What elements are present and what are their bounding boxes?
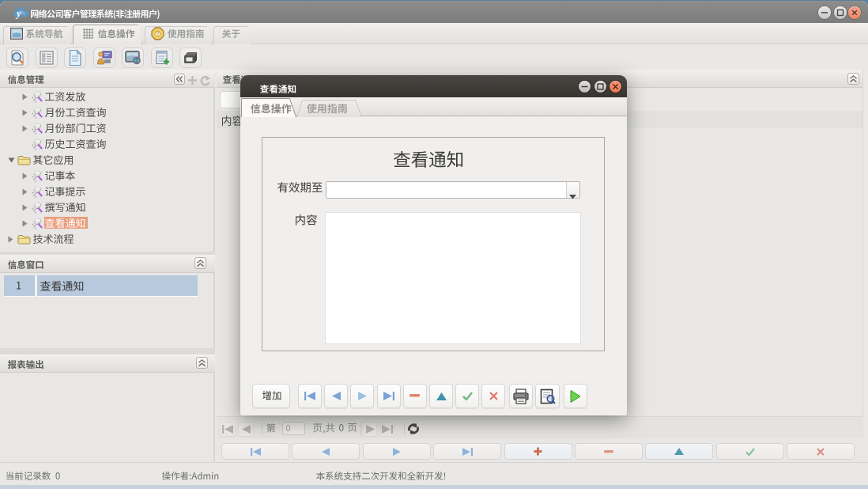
svg-text:y: y bbox=[15, 8, 21, 19]
